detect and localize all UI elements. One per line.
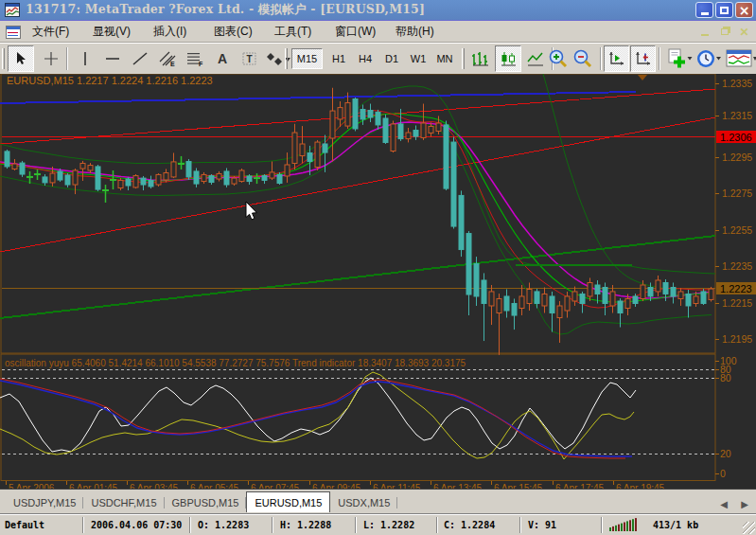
timeframe-d1-button[interactable]: D1: [378, 48, 405, 69]
equidistant-channel-icon: E: [158, 50, 177, 67]
tab-gbpusd[interactable]: GBPUSD,M15: [165, 493, 247, 512]
candle: [96, 165, 100, 191]
crosshair-tool-button[interactable]: [38, 45, 64, 72]
auto-scroll-button[interactable]: [604, 45, 629, 72]
candle: [610, 285, 615, 313]
price-axis-label: 1.2335: [722, 78, 752, 89]
candle: [550, 292, 554, 332]
chart-area[interactable]: 1.23351.23151.22951.22751.22551.22351.22…: [0, 74, 756, 489]
status-profile[interactable]: Default: [0, 517, 83, 533]
candle: [149, 176, 153, 189]
toolbar-grip[interactable]: [2, 48, 5, 69]
candle: [102, 185, 109, 203]
timeframe-mn-button[interactable]: MN: [431, 48, 458, 69]
horizontal-line-button[interactable]: [99, 45, 126, 72]
tab-scroll-right[interactable]: ▶: [738, 495, 751, 512]
candlestick-chart-button[interactable]: [495, 45, 521, 72]
toolbar-grip[interactable]: [285, 48, 288, 69]
candle: [383, 115, 388, 144]
tab-usdchf[interactable]: USDCHF,M15: [83, 493, 164, 512]
chart-tab-bar: USDJPY,M15 USDCHF,M15 GBPUSD,M15 EURUSD,…: [0, 489, 756, 512]
price-axis-label: 1.2215: [722, 297, 752, 309]
candle: [686, 290, 691, 318]
tab-scroll-left[interactable]: ◀: [717, 495, 730, 512]
candle: [459, 190, 464, 257]
metatrader-window: 131717: MetaTrader ?Forex Ltd. - 模拟帐户 - …: [0, 0, 756, 535]
toolbar-separator: [659, 47, 659, 70]
close-button[interactable]: ×: [735, 2, 753, 18]
status-traffic: 413/1 kb: [653, 520, 698, 530]
minimize-button[interactable]: [695, 2, 713, 18]
candle: [489, 285, 494, 325]
toolbar-grip[interactable]: [462, 48, 465, 69]
status-close: C: 1.2284: [437, 517, 520, 533]
network-activity-icon: [609, 517, 638, 532]
menu-insert[interactable]: 插入(I): [153, 24, 195, 40]
menu-tools[interactable]: 工具(T): [274, 24, 316, 40]
indicator-axis-label: 20: [720, 448, 731, 459]
text-label-button[interactable]: T: [237, 45, 263, 72]
text-tool-button[interactable]: A: [209, 45, 236, 72]
candle: [88, 163, 93, 173]
new-order-button[interactable]: [664, 45, 694, 72]
trend-red: [0, 379, 625, 458]
price-tag-label: 1.2306: [720, 132, 752, 143]
candle: [671, 282, 676, 303]
period-button[interactable]: [694, 45, 723, 72]
osc-yellow: [0, 372, 634, 459]
price-axis-label: 1.2195: [722, 333, 752, 345]
trendline-button[interactable]: [127, 45, 153, 72]
candle: [519, 285, 524, 315]
timeframe-h4-button[interactable]: H4: [352, 48, 378, 69]
crosshair-icon: [44, 51, 59, 66]
candle: [300, 126, 305, 163]
candle: [80, 161, 85, 181]
title-bar: 131717: MetaTrader ?Forex Ltd. - 模拟帐户 - …: [0, 0, 756, 21]
menu-help[interactable]: 帮助(H): [396, 24, 437, 40]
candle: [133, 174, 138, 188]
child-close-button[interactable]: ✕: [736, 25, 752, 39]
timeframe-h1-button[interactable]: H1: [325, 48, 352, 69]
timeframe-w1-button[interactable]: W1: [405, 48, 431, 69]
toolbar: E F A T M15 H1 H4 D1 W1 MN: [0, 43, 756, 74]
ma-magenta: [0, 122, 712, 298]
candle: [353, 98, 358, 132]
menu-view[interactable]: 显视(V): [93, 24, 134, 40]
tab-eurusd[interactable]: EURUSD,M15: [246, 491, 330, 512]
bar-chart-button[interactable]: [467, 45, 494, 72]
tab-usdjpy[interactable]: USDJPY,M15: [6, 493, 83, 512]
menu-charts[interactable]: 图表(C): [214, 24, 255, 40]
child-restore-glyph: [721, 28, 729, 35]
menu-file[interactable]: 文件(F): [32, 24, 74, 40]
price-chart[interactable]: 1.23351.23151.22951.22751.22551.22351.22…: [0, 74, 756, 489]
vertical-line-button[interactable]: [72, 45, 98, 72]
candle: [171, 152, 176, 178]
minimize-glyph: [701, 12, 709, 15]
text-tool-icon: A: [218, 51, 227, 66]
menu-window[interactable]: 窗口(W): [335, 24, 377, 40]
zoom-out-button[interactable]: [570, 45, 596, 72]
tab-usdx[interactable]: USDX,M15: [330, 493, 397, 512]
resize-grip[interactable]: [743, 522, 755, 534]
clock-icon: [696, 48, 721, 69]
price-axis-label: 1.2255: [722, 224, 752, 236]
chart-shift-button[interactable]: [630, 45, 656, 72]
tab-label: EURUSD,M15: [255, 497, 322, 508]
arrows-tool-button[interactable]: [264, 45, 292, 72]
zoom-in-button[interactable]: [545, 45, 571, 72]
fibonacci-button[interactable]: F: [182, 45, 208, 72]
price-axis-label: 1.2235: [722, 260, 752, 272]
candle: [5, 150, 9, 169]
indicators-button[interactable]: [725, 45, 756, 72]
maximize-button[interactable]: [715, 2, 733, 18]
timeframe-m15-button[interactable]: M15: [291, 48, 323, 69]
child-minimize-button[interactable]: [696, 25, 712, 39]
candle: [406, 128, 411, 142]
channel-button[interactable]: E: [154, 45, 181, 72]
candle: [247, 174, 252, 185]
candle: [444, 120, 448, 190]
cursor-tool-button[interactable]: [8, 45, 34, 72]
svg-text:E: E: [170, 61, 175, 67]
candle: [330, 88, 335, 162]
child-restore-button[interactable]: [716, 25, 732, 39]
